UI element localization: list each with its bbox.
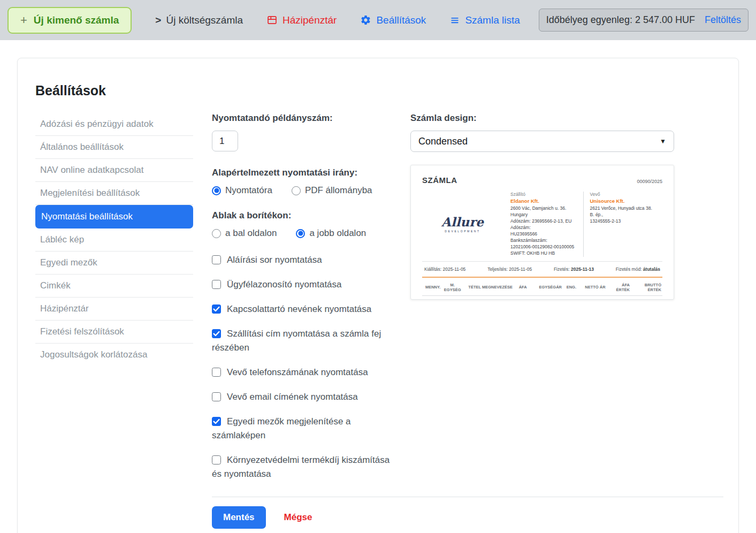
radio-icon [212,186,221,195]
radio-icon [212,229,221,238]
topup-link[interactable]: Feltöltés [705,14,741,26]
new-expense-invoice-label: Új költségszámla [166,14,243,26]
sidebar-item[interactable]: Adózási és pénzügyi adatok [35,113,193,136]
radio-label: Nyomtatóra [225,185,272,196]
invoice-table-cell: 4.050 [607,296,631,300]
sidebar-item[interactable]: Általános beállítások [35,136,193,159]
checkbox-row[interactable]: Szállítási cím nyomtatása a számla fej r… [212,327,391,355]
cash-register-label: Házipénztár [282,14,337,26]
checkbox-unchecked-icon[interactable] [212,280,221,289]
checkbox-label: Vevő email címének nyomtatása [227,392,358,402]
sidebar-item[interactable]: Megjelenítési beállítások [35,182,193,205]
invoice-table-cell: 19.050 [631,296,662,300]
invoice-list-label: Számla lista [465,14,520,26]
invoice-table-row: 1,00dbfehér fülhallgató27%15.000,0015.00… [422,296,662,300]
checkbox-row[interactable]: Aláírási sor nyomtatása [212,253,391,267]
invoice-design-section: Számla design: Condensed ▼ SZÁMLA 00090/… [410,113,675,300]
address-line: 2621 Verőce, Hunyadi utca 38. B. ép., [590,205,658,218]
topbar: + Új kimenő számla > Új költségszámla Há… [0,0,756,40]
buyer-label: Vevő [590,192,658,197]
checkbox-unchecked-icon[interactable] [212,392,221,401]
checkbox-label: Kapcsolattartó nevének nyomtatása [227,304,371,314]
logo-subtitle: DEVELOPMENT [445,230,480,233]
checkbox-unchecked-icon[interactable] [212,455,221,465]
checkbox-checked-icon[interactable] [212,329,221,338]
page-title: Beállítások [35,83,738,98]
radio-label: PDF állományba [305,185,372,196]
cancel-link[interactable]: Mégse [284,512,312,523]
company-logo: Allure DEVELOPMENT [422,192,510,257]
checkbox-row[interactable]: Vevő telefonszámának nyomtatása [212,366,391,379]
invoice-table-cell: 1,00 [422,296,441,300]
settings-card: Beállítások Adózási és pénzügyi adatokÁl… [17,58,739,533]
envelope-window-label: Ablak a borítékon: [212,210,391,221]
supplier-block: Szállító Eldanor Kft. 2600 Vác, Damjanic… [510,192,583,257]
sidebar-item[interactable]: Fizetési felszólítások [35,321,193,344]
new-outgoing-invoice-button[interactable]: + Új kimenő számla [7,7,132,34]
invoice-title: SZÁMLA [422,176,457,185]
cash-register-link[interactable]: Házipénztár [266,14,337,26]
invoice-date-item: Kiállítás: 2025-11-05 [424,266,465,272]
invoice-dates-row: Kiállítás: 2025-11-05Teljesítés: 2025-11… [422,261,662,278]
checkbox-unchecked-icon[interactable] [212,255,221,264]
settings-link[interactable]: Beállítások [360,14,426,26]
plus-icon: + [20,16,27,25]
envelope-window-radio-group: a bal oldalona jobb oldalon [212,228,391,239]
invoice-table-header: TÉTEL MEGNEVEZÉSE [463,280,514,296]
invoice-table-header: BRUTTÓ ÉRTÉK [631,280,662,296]
supplier-label: Szállító [510,192,578,197]
radio-option[interactable]: Nyomtatóra [212,185,272,196]
sidebar-item[interactable]: Házipénztár [35,298,193,321]
radio-option[interactable]: PDF állományba [292,185,372,196]
invoice-date-item: Fizetés mód: átutalás [616,266,660,272]
address-line: HU23695566 [510,231,578,237]
invoice-table-cell: db [441,296,463,300]
checkbox-row[interactable]: Vevő email címének nyomtatása [212,390,391,404]
sidebar-item[interactable]: Lábléc kép [35,229,193,252]
invoice-table-cell: 15.000,00 [531,296,563,300]
address-line: 2600 Vác, Damjanich u. 36. Hungary [510,205,578,218]
invoice-list-link[interactable]: Számla lista [449,14,520,26]
new-expense-invoice-link[interactable]: > Új költségszámla [155,14,243,26]
select-arrow-icon: ▼ [660,138,666,145]
sidebar-item[interactable]: Egyedi mezők [35,252,193,275]
checkbox-label: Ügyfélazonosító nyomtatása [227,279,342,290]
sidebar-item[interactable]: Jogosultságok korlátozása [35,344,193,366]
print-direction-radio-group: NyomtatóraPDF állományba [212,185,391,196]
print-settings-form: Nyomtatandó példányszám: Alapértelmezett… [212,113,391,529]
checkbox-row[interactable]: Környezetvédelmi termékdíj kiszámítása é… [212,453,391,481]
sidebar-item[interactable]: Nyomtatási beállítások [35,205,193,229]
invoice-table-header: ÁFA [514,280,531,296]
invoice-design-select[interactable]: Condensed ▼ [410,131,674,152]
checkbox-row[interactable]: Kapcsolattartó nevének nyomtatása [212,302,391,316]
checkbox-checked-icon[interactable] [212,417,221,426]
checkbox-row[interactable]: Ügyfélazonosító nyomtatása [212,278,391,292]
buyer-block: Vevő Unisource Kft. 2621 Verőce, Hunyadi… [583,192,663,257]
checkbox-row[interactable]: Egyedi mezők megjelenítése a számlaképen [212,415,391,443]
sidebar-item[interactable]: Cimkék [35,275,193,298]
address-line: 12021006-00129082-00100005 [510,243,578,250]
invoice-table-header: MENNY. [422,280,441,296]
radio-option[interactable]: a jobb oldalon [296,228,366,239]
copies-input[interactable] [212,131,238,151]
save-button[interactable]: Mentés [212,506,266,529]
form-divider [212,497,723,497]
checkbox-checked-icon[interactable] [212,304,221,314]
invoice-table-header: ÁFA ÉRTÉK [607,280,631,296]
invoice-table-cell: fehér fülhallgató [463,296,514,300]
checkbox-unchecked-icon[interactable] [212,368,221,377]
checkbox-label: Aláírási sor nyomtatása [227,255,322,265]
invoice-table-header: NETTÓ ÁR [580,280,607,296]
radio-option[interactable]: a bal oldalon [212,228,277,239]
invoice-table-cell: 15.000 [580,296,607,300]
invoice-table-header: M. EGYSÉG [441,280,463,296]
address-line: 13245555-2-13 [590,218,658,224]
invoice-table-header: EGYSÉGÁR [531,280,563,296]
invoice-design-label: Számla design: [410,113,675,124]
checkbox-label: Szállítási cím nyomtatása a számla fej r… [212,329,381,353]
settings-menu: Adózási és pénzügyi adatokÁltalános beál… [35,113,193,366]
radio-icon [292,186,301,195]
sidebar-item[interactable]: NAV online adatkapcsolat [35,159,193,182]
buyer-name: Unisource Kft. [590,198,658,204]
gear-icon [360,14,371,26]
